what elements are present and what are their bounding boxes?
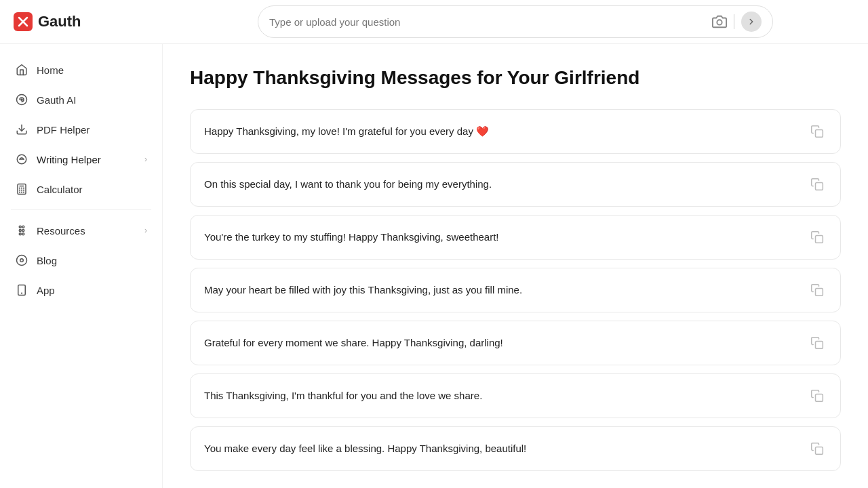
logo-area: Gauth [14, 12, 176, 31]
copy-icon[interactable] [808, 122, 827, 141]
svg-rect-29 [816, 183, 823, 190]
svg-rect-31 [816, 289, 823, 296]
svg-point-18 [19, 226, 21, 228]
svg-point-20 [19, 230, 21, 232]
svg-point-2 [717, 20, 722, 24]
svg-rect-28 [816, 130, 823, 138]
message-card[interactable]: Happy Thanksgiving, my love! I'm gratefu… [190, 109, 841, 154]
copy-icon[interactable] [808, 228, 827, 247]
sidebar-label-calculator: Calculator [37, 184, 147, 195]
copy-icon[interactable] [808, 281, 827, 300]
logo-icon [14, 12, 33, 31]
sidebar-item-gauth-ai[interactable]: Gauth AI [0, 85, 162, 115]
copy-icon[interactable] [808, 439, 827, 458]
message-card[interactable]: Grateful for every moment we share. Happ… [190, 321, 841, 365]
blog-icon [15, 253, 28, 267]
copy-icon[interactable] [808, 386, 827, 405]
pdf-icon [15, 123, 28, 136]
main-content: Happy Thanksgiving Messages for Your Gir… [163, 44, 868, 488]
sidebar-item-pdf-helper[interactable]: PDF Helper [0, 115, 162, 144]
svg-rect-34 [816, 447, 823, 455]
resources-icon [15, 224, 28, 237]
svg-point-21 [22, 230, 24, 232]
resources-chevron-icon: › [144, 226, 147, 235]
calculator-icon [15, 182, 28, 196]
search-bar [258, 5, 773, 38]
message-text: You make every day feel like a blessing.… [204, 441, 526, 457]
header: Gauth [0, 0, 868, 44]
svg-point-24 [17, 256, 27, 266]
messages-list: Happy Thanksgiving, my love! I'm gratefu… [190, 109, 841, 471]
copy-icon[interactable] [808, 333, 827, 352]
main-layout: Home Gauth AI PDF Helper [0, 44, 868, 488]
ai-icon [15, 93, 28, 106]
sidebar-label-app: App [37, 285, 147, 296]
message-text: On this special day, I want to thank you… [204, 177, 492, 192]
message-text: May your heart be filled with joy this T… [204, 283, 522, 298]
message-card[interactable]: You make every day feel like a blessing.… [190, 426, 841, 471]
message-text: Happy Thanksgiving, my love! I'm gratefu… [204, 124, 489, 140]
sidebar-item-calculator[interactable]: Calculator [0, 174, 162, 204]
sidebar-label-home: Home [37, 64, 147, 76]
svg-point-22 [19, 233, 21, 235]
sidebar-label-writing-helper: Writing Helper [37, 154, 136, 165]
search-send-button[interactable] [741, 12, 762, 32]
message-card[interactable]: This Thanksgiving, I'm thankful for you … [190, 373, 841, 418]
svg-rect-30 [816, 236, 823, 243]
sidebar-item-writing-helper[interactable]: Writing Helper › [0, 144, 162, 174]
svg-rect-33 [816, 394, 823, 402]
sidebar-label-blog: Blog [37, 255, 147, 266]
message-text: You're the turkey to my stuffing! Happy … [204, 230, 499, 245]
sidebar-item-app[interactable]: App [0, 275, 162, 305]
search-divider [734, 14, 734, 29]
sidebar-item-blog[interactable]: Blog [0, 245, 162, 275]
copy-icon[interactable] [808, 175, 827, 194]
page-title: Happy Thanksgiving Messages for Your Gir… [190, 66, 841, 90]
message-text: Grateful for every moment we share. Happ… [204, 336, 503, 351]
home-icon [15, 63, 28, 77]
logo-text: Gauth [38, 13, 81, 30]
svg-point-3 [21, 99, 22, 100]
app-icon [15, 283, 28, 297]
sidebar-item-home[interactable]: Home [0, 55, 162, 85]
sidebar-label-resources: Resources [37, 225, 136, 237]
svg-point-25 [20, 259, 24, 262]
writing-icon [15, 152, 28, 166]
sidebar-divider [11, 209, 151, 210]
sidebar-label-gauth-ai: Gauth AI [37, 94, 147, 106]
sidebar-label-pdf-helper: PDF Helper [37, 124, 147, 136]
message-text: This Thanksgiving, I'm thankful for you … [204, 388, 482, 404]
search-input[interactable] [269, 16, 712, 28]
svg-point-23 [22, 233, 24, 235]
message-card[interactable]: May your heart be filled with joy this T… [190, 268, 841, 312]
sidebar: Home Gauth AI PDF Helper [0, 44, 163, 488]
sidebar-item-resources[interactable]: Resources › [0, 216, 162, 245]
message-card[interactable]: You're the turkey to my stuffing! Happy … [190, 215, 841, 260]
svg-point-19 [22, 226, 24, 228]
writing-helper-chevron-icon: › [144, 155, 147, 164]
message-card[interactable]: On this special day, I want to thank you… [190, 162, 841, 207]
svg-rect-32 [816, 342, 823, 349]
camera-icon[interactable] [712, 14, 727, 29]
